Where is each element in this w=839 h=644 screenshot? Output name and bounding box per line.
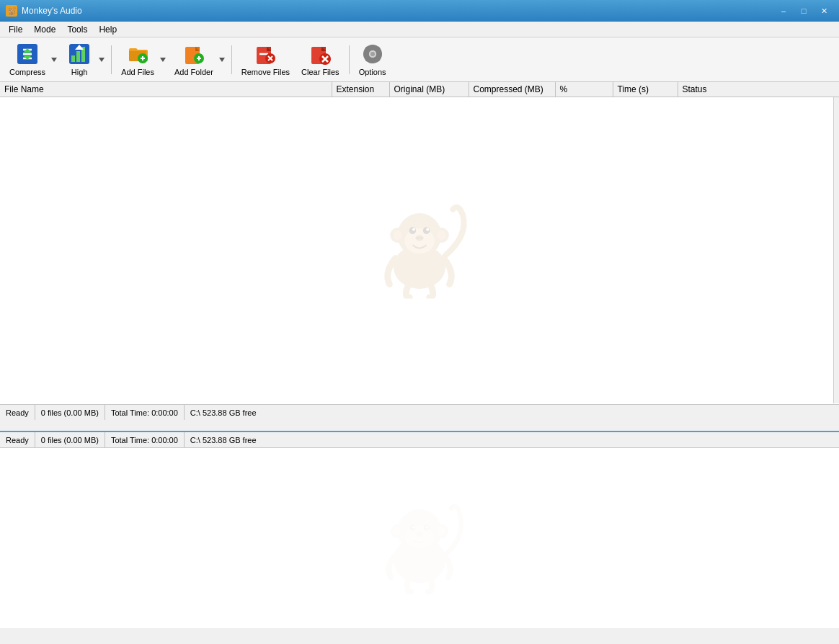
add-folder-dropdown-icon <box>219 58 225 62</box>
status-time-segment: Total Time: 0:00:00 <box>105 405 185 420</box>
remove-files-icon <box>254 43 277 66</box>
svg-rect-46 <box>371 60 374 63</box>
main-window: 🐒 Monkey's Audio – □ ✕ File Mode Tools H… <box>0 0 839 420</box>
status-files-segment: 0 files (0.00 MB) <box>35 405 105 420</box>
svg-point-6 <box>426 526 428 528</box>
status-text: Ready <box>6 408 29 417</box>
compress-button[interactable]: Compress <box>4 40 50 79</box>
background-window: Ready 0 files (0.00 MB) Total Time: 0:00… <box>0 431 839 644</box>
monkey-logo <box>362 183 477 298</box>
bg-total-time: 0:00:00 <box>151 436 178 444</box>
svg-point-59 <box>434 228 449 243</box>
status-bar: Ready 0 files (0.00 MB) Total Time: 0:00… <box>0 404 839 420</box>
high-icon <box>68 43 91 66</box>
menu-mode[interactable]: Mode <box>28 23 61 36</box>
svg-point-63 <box>423 227 430 234</box>
svg-point-67 <box>417 236 419 238</box>
clear-files-label: Clear Files <box>301 68 339 76</box>
svg-rect-27 <box>142 56 143 61</box>
add-folder-button[interactable]: Add Folder <box>169 40 218 79</box>
maximize-button[interactable]: □ <box>794 4 813 18</box>
high-button[interactable]: High <box>61 40 98 79</box>
remove-files-icon-area <box>254 43 277 66</box>
status-ready-segment: Ready <box>0 405 35 420</box>
add-folder-dropdown-button[interactable] <box>217 40 227 79</box>
col-header-time: Time (s) <box>613 82 678 97</box>
col-header-percent: % <box>555 82 613 97</box>
table-header-row: File Name Extension Original (MB) Compre… <box>0 82 839 97</box>
add-files-icon <box>126 43 149 66</box>
svg-point-62 <box>409 227 417 234</box>
menu-tools[interactable]: Tools <box>61 23 93 36</box>
file-table-body <box>0 97 839 403</box>
bg-disk-free: C:\ 523.88 GB free <box>190 436 257 444</box>
menu-help[interactable]: Help <box>93 23 123 36</box>
add-files-label: Add Files <box>121 68 154 76</box>
high-icon-area <box>68 43 91 66</box>
high-dropdown-icon <box>99 58 105 62</box>
file-table: File Name Extension Original (MB) Compre… <box>0 82 839 97</box>
svg-point-2 <box>405 526 434 549</box>
clear-files-button[interactable]: Clear Files <box>296 40 345 79</box>
high-group: High <box>61 40 107 79</box>
bg-monkey-watermark <box>362 480 477 597</box>
svg-point-7 <box>416 532 423 536</box>
minimize-button[interactable]: – <box>774 4 793 18</box>
status-time: 0:00:00 <box>151 408 178 417</box>
clear-files-icon <box>308 43 332 66</box>
separator-2 <box>231 45 232 74</box>
bg-file-area <box>0 448 839 628</box>
menu-bar: File Mode Tools Help <box>0 22 839 37</box>
add-files-dropdown-button[interactable] <box>158 40 168 79</box>
add-folder-group: Add Folder <box>169 40 227 79</box>
svg-rect-21 <box>76 51 80 62</box>
monkey-watermark <box>362 183 477 318</box>
options-button[interactable]: Options <box>354 40 391 79</box>
title-bar: 🐒 Monkey's Audio – □ ✕ <box>0 0 839 22</box>
bg-total-time-label: Total Time: <box>111 436 149 444</box>
add-folder-icon <box>182 43 205 66</box>
svg-point-64 <box>412 228 415 231</box>
svg-rect-48 <box>378 53 382 55</box>
bg-files-count: 0 files (0.00 MB) <box>41 436 99 444</box>
add-files-icon-area <box>126 43 149 66</box>
svg-point-5 <box>412 526 414 528</box>
svg-point-61 <box>404 228 435 253</box>
window-controls: – □ ✕ <box>774 4 833 18</box>
options-icon <box>361 43 384 66</box>
svg-rect-20 <box>71 55 75 62</box>
svg-point-57 <box>390 228 405 243</box>
svg-marker-24 <box>99 58 105 62</box>
svg-point-9 <box>394 527 401 535</box>
remove-files-label: Remove Files <box>241 68 290 76</box>
svg-point-68 <box>420 236 422 238</box>
svg-point-54 <box>370 52 375 56</box>
svg-point-60 <box>437 231 446 240</box>
options-label: Options <box>359 68 386 76</box>
add-files-button[interactable]: Add Files <box>116 40 159 79</box>
high-dropdown-button[interactable] <box>97 40 107 79</box>
svg-rect-47 <box>363 53 367 55</box>
menu-file[interactable]: File <box>3 23 28 36</box>
col-header-compressed: Compressed (MB) <box>469 82 555 97</box>
compress-group: Compress <box>4 40 59 79</box>
col-header-status: Status <box>678 82 839 97</box>
remove-files-button[interactable]: Remove Files <box>236 40 295 79</box>
clear-files-icon-area <box>308 43 332 66</box>
compress-label: Compress <box>9 68 45 76</box>
compress-icon-area <box>16 43 39 66</box>
add-files-group: Add Files <box>116 40 168 79</box>
svg-marker-33 <box>219 58 225 62</box>
bg-status-text: Ready <box>6 436 29 444</box>
compress-icon <box>16 43 39 66</box>
app-title: Monkey's Audio <box>22 6 774 16</box>
separator-1 <box>111 45 112 74</box>
compress-dropdown-button[interactable] <box>49 40 59 79</box>
add-folder-label: Add Folder <box>174 68 213 76</box>
status-files: 0 files (0.00 MB) <box>41 408 99 417</box>
svg-point-66 <box>415 235 423 241</box>
toolbar: Compress High <box>0 37 839 82</box>
options-icon-area <box>361 43 384 66</box>
close-button[interactable]: ✕ <box>814 4 833 18</box>
svg-rect-32 <box>198 56 200 61</box>
